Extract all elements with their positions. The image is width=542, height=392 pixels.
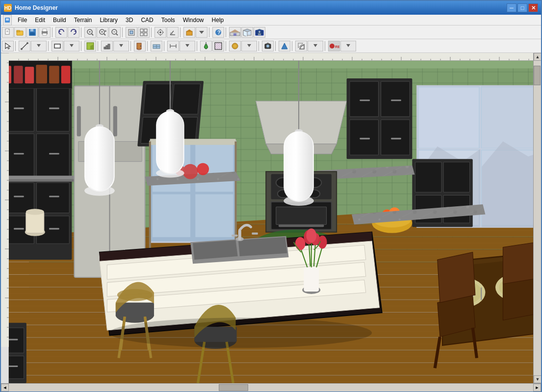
menu-edit[interactable]: Edit	[31, 16, 49, 24]
stair-tool[interactable]	[101, 41, 113, 51]
undo-button[interactable]	[55, 27, 67, 38]
svg-rect-56	[258, 33, 261, 35]
svg-point-85	[233, 45, 236, 48]
svg-point-327	[295, 237, 306, 250]
select-tool[interactable]	[2, 41, 14, 51]
record-dropdown[interactable]	[340, 41, 356, 51]
scrollbar-track-v[interactable]	[534, 61, 541, 375]
menu-file[interactable]: File	[14, 16, 31, 24]
zoom-out-button[interactable]	[109, 27, 121, 38]
paint-tool[interactable]	[200, 41, 212, 51]
fill-window-button[interactable]	[126, 27, 137, 38]
window-tool[interactable]	[151, 41, 162, 51]
zoom-tools-button[interactable]	[84, 27, 96, 38]
3d-scene[interactable]	[9, 61, 533, 383]
scrollbar-thumb-h[interactable]	[219, 384, 248, 391]
svg-rect-214	[9, 183, 34, 213]
dimension-tool[interactable]	[167, 41, 179, 51]
down-arrow-button[interactable]	[196, 27, 207, 38]
zoom-in-button[interactable]: +	[97, 27, 108, 38]
menu-build[interactable]: Build	[49, 16, 70, 24]
svg-rect-206	[14, 66, 23, 83]
draw-dropdown[interactable]	[31, 41, 47, 51]
file-menu-icon[interactable]	[3, 15, 12, 25]
menu-terrain[interactable]: Terrain	[70, 16, 96, 24]
svg-rect-224	[77, 106, 81, 137]
wall-dropdown[interactable]	[64, 41, 79, 51]
transform-tool[interactable]	[295, 41, 307, 51]
scrollbar-track-h[interactable]	[9, 384, 533, 392]
redo-button[interactable]	[68, 27, 79, 38]
menu-3d[interactable]: 3D	[122, 16, 137, 24]
dimension-dropdown[interactable]	[180, 41, 195, 51]
material-tool[interactable]	[229, 41, 241, 51]
camera-tool[interactable]	[262, 41, 274, 51]
title-bar: HD Home Designer ─ □ ✕	[1, 1, 541, 15]
material-dropdown[interactable]	[241, 41, 257, 51]
svg-rect-370	[9, 339, 18, 341]
svg-rect-251	[391, 138, 401, 139]
svg-marker-86	[247, 44, 251, 47]
app-icon: HD	[4, 4, 12, 12]
menu-window[interactable]: Window	[179, 16, 208, 24]
svg-rect-221	[49, 228, 59, 229]
svg-marker-70	[119, 44, 123, 47]
svg-rect-200	[14, 108, 24, 109]
print-button[interactable]	[39, 27, 51, 38]
svg-rect-246	[350, 120, 379, 155]
door-tool[interactable]	[134, 41, 146, 51]
menu-library[interactable]: Library	[96, 16, 122, 24]
svg-point-36	[159, 31, 161, 33]
new-button[interactable]	[2, 27, 14, 38]
svg-rect-13	[43, 29, 47, 31]
scroll-right-button[interactable]: ►	[533, 384, 541, 392]
object-button[interactable]	[183, 27, 195, 38]
svg-marker-359	[438, 252, 475, 303]
transform-dropdown[interactable]	[308, 41, 323, 51]
svg-rect-69	[108, 44, 110, 49]
save-button[interactable]	[26, 27, 38, 38]
svg-rect-14	[43, 33, 47, 35]
svg-marker-64	[70, 44, 74, 47]
texture-tool[interactable]	[212, 41, 224, 51]
svg-point-61	[26, 42, 28, 44]
svg-line-18	[92, 34, 93, 35]
svg-rect-244	[350, 81, 379, 117]
close-button[interactable]: ✕	[528, 3, 538, 12]
svg-point-330	[318, 236, 327, 249]
house-view-button[interactable]	[229, 27, 241, 38]
maximize-button[interactable]: □	[517, 3, 527, 12]
svg-text:?: ?	[217, 29, 221, 35]
open-button[interactable]	[14, 27, 26, 38]
stair-dropdown[interactable]	[113, 41, 129, 51]
snap-button[interactable]	[155, 27, 166, 38]
menu-tools[interactable]: Tools	[157, 16, 179, 24]
wall-tool[interactable]	[52, 41, 63, 51]
angle-button[interactable]	[167, 27, 179, 38]
camera-walk-button[interactable]	[254, 27, 265, 38]
separator-5	[180, 27, 182, 37]
help-button[interactable]: ?	[212, 27, 224, 38]
svg-point-95	[330, 44, 335, 49]
menu-help[interactable]: Help	[207, 16, 228, 24]
move-up-button[interactable]	[279, 41, 290, 51]
view-button[interactable]	[138, 27, 150, 38]
svg-marker-88	[265, 43, 271, 44]
scroll-left-button[interactable]: ◄	[1, 384, 9, 392]
draw-tool[interactable]	[19, 41, 30, 51]
svg-rect-68	[106, 46, 108, 49]
scrollbar-thumb-v[interactable]	[534, 66, 541, 85]
title-controls: ─ □ ✕	[507, 3, 538, 12]
record-button[interactable]: REC	[328, 41, 340, 51]
svg-rect-207	[25, 67, 34, 83]
svg-marker-49	[230, 29, 240, 32]
scroll-down-button[interactable]: ▼	[534, 375, 541, 383]
3d-view-button[interactable]	[241, 27, 253, 38]
svg-rect-237	[195, 194, 233, 237]
svg-rect-210	[61, 66, 71, 83]
minimize-button[interactable]: ─	[507, 3, 516, 12]
scroll-up-button[interactable]: ▲	[534, 53, 541, 61]
canvas-viewport[interactable]	[9, 53, 533, 383]
floor-tool[interactable]	[84, 41, 96, 51]
menu-cad[interactable]: CAD	[137, 16, 157, 24]
